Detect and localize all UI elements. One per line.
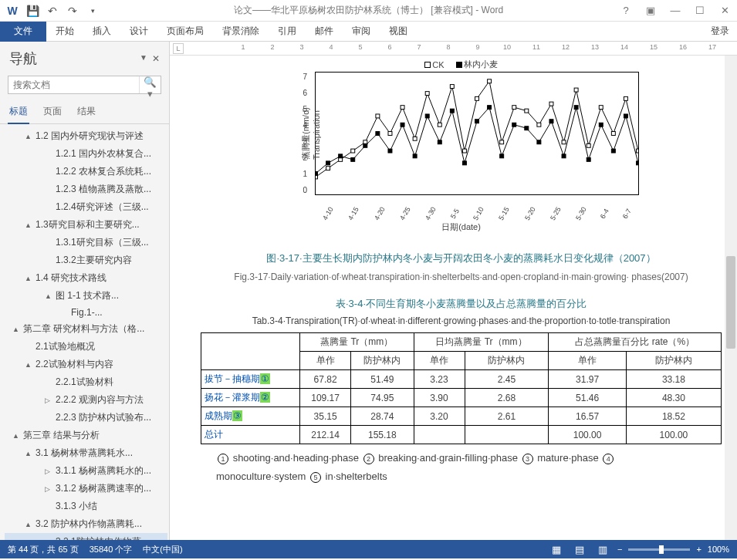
svg-rect-18	[536, 123, 540, 127]
nav-title: 导航	[9, 49, 37, 68]
tree-item[interactable]: 2.2.1试验材料	[5, 373, 167, 391]
search-box: 🔍 ▾	[8, 76, 161, 94]
nav-dropdown-icon[interactable]: ▼	[140, 53, 147, 64]
tab-layout[interactable]: 页面布局	[157, 22, 213, 42]
tree-item[interactable]: ▲1.2 国内外研究现状与评述	[5, 127, 167, 145]
svg-rect-17	[524, 109, 528, 113]
svg-rect-35	[413, 154, 417, 158]
zoom-in-icon[interactable]: +	[696, 545, 701, 554]
svg-rect-53	[636, 161, 637, 165]
tree-item[interactable]: ▷3.2.1防护林内作物蒸...	[5, 533, 167, 540]
svg-rect-19	[549, 102, 553, 106]
close-icon[interactable]: ✕	[715, 5, 734, 16]
tab-bgremove[interactable]: 背景消除	[213, 22, 269, 42]
tree-item[interactable]: 1.2.2 农林复合系统耗...	[5, 163, 167, 180]
word-icon: W	[3, 2, 22, 20]
chart: CK 林内小麦 蒸腾量(mm/d)Transpiration 01234567 …	[284, 59, 639, 233]
svg-rect-47	[562, 154, 566, 158]
document-page[interactable]: CK 林内小麦 蒸腾量(mm/d)Transpiration 01234567 …	[170, 56, 737, 540]
svg-rect-15	[499, 140, 503, 144]
tree-item[interactable]: 2.1试验地概况	[5, 338, 167, 356]
tree-item[interactable]: ▲第三章 结果与分析	[5, 427, 167, 444]
maximize-icon[interactable]: ☐	[691, 5, 709, 16]
tree-item[interactable]: 1.2.3 植物蒸腾及蒸散...	[5, 180, 167, 198]
tree-item[interactable]: 2.2.3 防护林内试验布...	[5, 409, 167, 427]
nav-tab-results[interactable]: 结果	[76, 102, 97, 123]
svg-rect-24	[611, 132, 615, 136]
tab-file[interactable]: 文件	[0, 22, 46, 42]
minimize-icon[interactable]: —	[666, 5, 685, 16]
x-axis: 4-104-154-204-254-305-55-105-155-205-255…	[316, 210, 638, 218]
tree-item[interactable]: 1.2.1 国内外农林复合...	[5, 145, 167, 163]
tree-item[interactable]: ▲3.2 防护林内作物蒸腾耗...	[5, 515, 167, 533]
svg-rect-48	[574, 106, 578, 110]
svg-rect-6	[387, 132, 391, 136]
navigation-pane: 导航 ▼ ✕ 🔍 ▾ 标题 页面 结果 ▲1.2 国内外研究现状与评述1.2.1…	[0, 42, 170, 540]
tree-item[interactable]: ▲图 1-1 技术路...	[5, 287, 167, 305]
tree-item[interactable]: ▲第二章 研究材料与方法（格...	[5, 320, 167, 338]
save-icon[interactable]: 💾	[23, 2, 42, 20]
view-print-icon[interactable]: ▤	[571, 542, 588, 556]
svg-rect-32	[375, 132, 379, 136]
tree-item[interactable]: ▷3.1.1 杨树蒸腾耗水的...	[5, 462, 167, 480]
table-caption-en: Tab.3-4·Transpiration(TR)·of·wheat·in·di…	[201, 315, 722, 326]
tab-review[interactable]: 审阅	[343, 22, 380, 42]
tree-item[interactable]: 1.3.1研究目标（三级...	[5, 234, 167, 251]
zoom-level[interactable]: 100%	[708, 545, 729, 554]
tab-home[interactable]: 开始	[46, 22, 83, 42]
tab-design[interactable]: 设计	[120, 22, 157, 42]
svg-rect-27	[316, 171, 317, 175]
tree-item[interactable]: 1.2.4研究评述（三级...	[5, 198, 167, 216]
tree-item[interactable]: ▲2.2试验材料与内容	[5, 356, 167, 373]
help-icon[interactable]: ?	[617, 5, 635, 16]
phase-legend: 1 shooting·and·heading·phase 2 breaking·…	[216, 449, 706, 485]
tree-item[interactable]: ▲1.4 研究技术路线	[5, 269, 167, 287]
status-bar: 第 44 页，共 65 页 35840 个字 中文(中国) ▦ ▤ ▥ − + …	[0, 540, 737, 558]
status-page[interactable]: 第 44 页，共 65 页	[8, 544, 79, 555]
zoom-out-icon[interactable]: −	[617, 545, 622, 554]
tree-item[interactable]: 1.3.2主要研究内容	[5, 251, 167, 269]
qat-more-icon[interactable]: ▾	[83, 2, 102, 20]
view-web-icon[interactable]: ▥	[594, 542, 611, 556]
svg-rect-52	[624, 114, 627, 118]
tab-references[interactable]: 引用	[269, 22, 306, 42]
svg-rect-41	[487, 106, 491, 110]
nav-tree[interactable]: ▲1.2 国内外研究现状与评述1.2.1 国内外农林复合...1.2.2 农林复…	[0, 124, 169, 540]
zoom-slider[interactable]	[628, 548, 690, 551]
svg-rect-37	[438, 140, 441, 144]
status-language[interactable]: 中文(中国)	[143, 544, 182, 555]
svg-rect-12	[462, 149, 466, 153]
status-wordcount[interactable]: 35840 个字	[90, 544, 133, 555]
svg-rect-25	[624, 96, 627, 100]
svg-rect-39	[462, 161, 466, 165]
quick-access-toolbar: W 💾 ↶ ↷ ▾	[3, 2, 102, 20]
tree-item[interactable]: Fig.1-...	[5, 305, 167, 320]
undo-icon[interactable]: ↶	[43, 2, 62, 20]
vertical-scrollbar[interactable]	[725, 56, 737, 540]
chart-legend: CK 林内小麦	[284, 59, 639, 70]
nav-close-icon[interactable]: ✕	[152, 53, 160, 64]
svg-rect-33	[387, 149, 391, 153]
login-link[interactable]: 登录	[711, 25, 729, 38]
nav-tab-pages[interactable]: 页面	[42, 102, 63, 123]
tab-mailings[interactable]: 邮件	[306, 22, 343, 42]
tab-insert[interactable]: 插入	[83, 22, 120, 42]
redo-icon[interactable]: ↷	[63, 2, 82, 20]
ribbon-collapse-icon[interactable]: ▣	[641, 5, 660, 16]
tree-item[interactable]: 3.1.3 小结	[5, 498, 167, 515]
chart-plot-area: 蒸腾量(mm/d)Transpiration 01234567 4-104-15…	[315, 72, 639, 195]
search-input[interactable]	[8, 76, 139, 93]
nav-tabs: 标题 页面 结果	[0, 97, 169, 124]
ruler[interactable]: L 1234567891011121314151617	[170, 42, 737, 56]
chart-lines	[316, 73, 638, 194]
tree-item[interactable]: ▷2.2.2 观测内容与方法	[5, 391, 167, 409]
legend-in: 林内小麦	[464, 59, 498, 70]
view-read-icon[interactable]: ▦	[548, 542, 565, 556]
tree-item[interactable]: ▲3.1 杨树林带蒸腾耗水...	[5, 444, 167, 462]
title-bar: W 💾 ↶ ↷ ▾ 论文——华北平原杨树农田防护林系统（博士） [兼容模式] -…	[0, 0, 737, 22]
tree-item[interactable]: ▷3.1.2 杨树蒸腾速率的...	[5, 480, 167, 498]
tree-item[interactable]: ▲1.3研究目标和主要研究...	[5, 216, 167, 234]
nav-tab-headings[interactable]: 标题	[8, 102, 29, 124]
tab-view[interactable]: 视图	[380, 22, 417, 42]
search-button[interactable]: 🔍 ▾	[139, 76, 161, 93]
